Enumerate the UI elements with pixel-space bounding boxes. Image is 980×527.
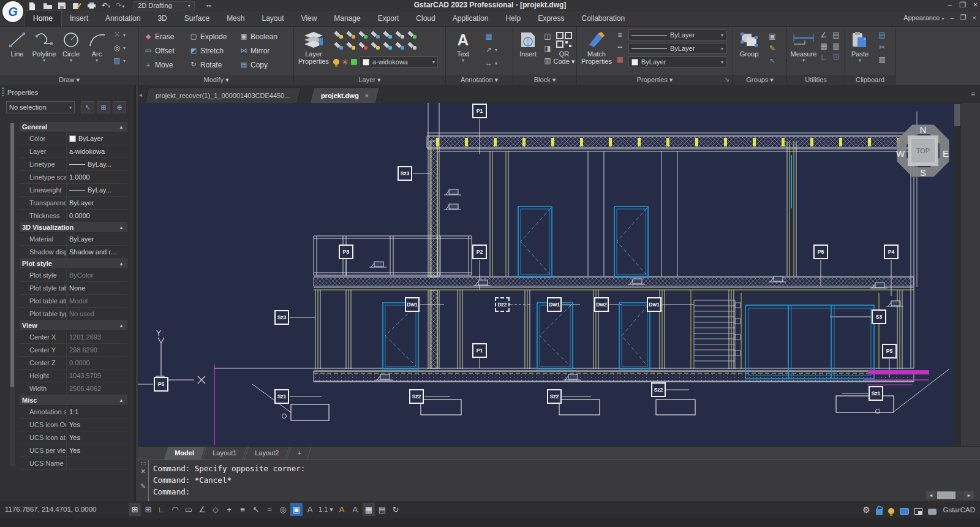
- stretch-button[interactable]: ◩Stretch: [189, 44, 239, 57]
- group-select-icon[interactable]: ↖: [767, 56, 777, 65]
- measure-button[interactable]: Measure ▾: [788, 29, 819, 63]
- section-marker-p1[interactable]: P1: [472, 104, 487, 118]
- menu-tab-export[interactable]: Export: [369, 11, 408, 27]
- property-value[interactable]: ByLay...: [66, 158, 127, 170]
- property-value[interactable]: [66, 457, 127, 469]
- select-objects-icon[interactable]: ⊞: [97, 101, 110, 113]
- section-marker-sz1[interactable]: Sz1: [274, 389, 289, 404]
- close-button[interactable]: ×: [973, 0, 978, 10]
- table-icon[interactable]: ▦: [484, 32, 494, 40]
- layer-tool-icon[interactable]: [333, 29, 344, 39]
- layer-tool-icon[interactable]: [345, 29, 356, 39]
- layer-properties-button[interactable]: Layer Properties: [298, 29, 330, 65]
- layer-panel-label[interactable]: Layer ▾: [294, 75, 445, 85]
- property-value[interactable]: Yes: [66, 431, 127, 444]
- ui-lock-icon[interactable]: [876, 509, 883, 515]
- property-row[interactable]: UCS icon OnYes: [20, 419, 127, 431]
- section-marker-sz3[interactable]: Sz3: [398, 166, 412, 181]
- section-marker-p4[interactable]: P4: [884, 245, 899, 259]
- layer-tool-icon[interactable]: [394, 40, 405, 50]
- calculator-icon[interactable]: ▦: [819, 42, 829, 50]
- menu-tab-insert[interactable]: Insert: [61, 11, 97, 27]
- quick-select-icon[interactable]: ↖: [81, 101, 94, 113]
- collapse-icon[interactable]: ▲: [119, 320, 124, 331]
- document-tab[interactable]: projekt.dwg×: [310, 88, 380, 103]
- qr-code-button[interactable]: QR Code ▾: [552, 29, 576, 65]
- hatch-tools-icon[interactable]: ▨: [112, 56, 122, 65]
- layer-tool-icon[interactable]: [345, 40, 356, 50]
- arc-button[interactable]: Arc ▾: [83, 29, 110, 63]
- property-value[interactable]: No used: [66, 308, 127, 320]
- property-row[interactable]: Center X1201.2693: [20, 331, 127, 344]
- polyline-button[interactable]: Polyline ▾: [31, 29, 58, 63]
- collapse-icon[interactable]: ▲: [119, 395, 124, 406]
- table-toggle-icon[interactable]: ▤: [376, 503, 388, 516]
- property-row[interactable]: Annotation s...1:1: [20, 406, 127, 419]
- property-value[interactable]: a-widokowa: [66, 145, 127, 157]
- section-marker-p5[interactable]: P5: [813, 245, 828, 259]
- section-header-3d-visualization[interactable]: 3D Visualization▲: [20, 222, 127, 233]
- section-marker-p5[interactable]: P5: [882, 344, 897, 358]
- palette-scrollbar[interactable]: [10, 123, 15, 466]
- paste-button[interactable]: Paste ▾: [846, 29, 873, 63]
- offset-button[interactable]: ▭Offset: [144, 44, 189, 57]
- rotate-button[interactable]: ↻Rotate: [189, 58, 239, 71]
- doc-restore-button[interactable]: ❐: [960, 13, 967, 21]
- display-perf-icon[interactable]: [900, 508, 909, 515]
- layer-lock-icon[interactable]: [351, 59, 357, 65]
- collapse-icon[interactable]: ▲: [119, 259, 124, 269]
- list-icon[interactable]: ▤: [831, 31, 841, 39]
- line-button[interactable]: Line: [4, 29, 31, 58]
- property-value[interactable]: 2506.4062: [66, 382, 127, 395]
- block-define-icon[interactable]: ▥: [543, 56, 552, 65]
- angle-snap-icon[interactable]: ∠: [196, 503, 208, 516]
- tab-scroll-icon[interactable]: ◂: [139, 91, 142, 98]
- block-panel-label[interactable]: Block ▾: [513, 75, 576, 85]
- match-properties-button[interactable]: Match Properties: [579, 29, 614, 65]
- property-row[interactable]: LineweightByLay...: [20, 184, 127, 197]
- menu-tab-express[interactable]: Express: [529, 11, 573, 27]
- section-marker-sz2[interactable]: Sz2: [547, 389, 562, 404]
- property-value[interactable]: 298.6290: [66, 344, 127, 356]
- ungroup-icon[interactable]: ▣: [767, 32, 777, 40]
- property-value[interactable]: ByLay...: [66, 184, 127, 196]
- groups-panel-label[interactable]: Groups ▾: [733, 75, 786, 85]
- property-row[interactable]: Linetype scale1.0000: [20, 171, 127, 184]
- appearance-menu[interactable]: Appearance ▾: [903, 14, 944, 21]
- property-row[interactable]: MaterialByLayer: [20, 233, 127, 246]
- property-row[interactable]: Height1043.5709: [20, 370, 127, 382]
- gstarcad-logo-icon[interactable]: G: [2, 1, 23, 22]
- color-combo[interactable]: ByLayer▾: [628, 56, 726, 67]
- section-marker-dw1[interactable]: Dw1: [547, 297, 562, 312]
- paste-special-icon[interactable]: ▤: [877, 31, 887, 39]
- section-header-plot-style[interactable]: Plot style▲: [20, 259, 127, 269]
- annotation-autoscale-icon[interactable]: A: [349, 503, 361, 516]
- block-attr-icon[interactable]: ◨: [543, 44, 552, 53]
- copy-clip-icon[interactable]: ▥: [877, 55, 887, 64]
- object-track-icon[interactable]: +: [223, 503, 235, 516]
- property-value[interactable]: 0.0000: [66, 357, 127, 369]
- section-marker-sz1[interactable]: Sz1: [869, 386, 883, 401]
- property-row[interactable]: LinetypeByLay...: [20, 158, 127, 171]
- erase-button[interactable]: ◆Erase: [144, 30, 189, 43]
- current-layer-combo[interactable]: a-widokowa▾: [360, 56, 438, 67]
- ortho-mode-icon[interactable]: ∟: [156, 503, 168, 516]
- workspace-save-icon[interactable]: [928, 509, 937, 515]
- property-value[interactable]: 1043.5709: [66, 370, 127, 382]
- section-marker-dw1[interactable]: Dw1: [647, 297, 662, 312]
- lineweight-display-icon[interactable]: ≡: [236, 503, 249, 516]
- draw-panel-label[interactable]: Draw ▾: [0, 75, 138, 85]
- menu-tab-view[interactable]: View: [293, 11, 326, 27]
- property-value[interactable]: 0.0000: [66, 210, 127, 222]
- collapse-icon[interactable]: ▲: [119, 122, 124, 132]
- property-row[interactable]: Width2506.4062: [20, 382, 127, 395]
- command-hscrollbar[interactable]: ◂ ▸: [926, 491, 974, 499]
- quick-select-icon[interactable]: ↖: [250, 503, 262, 516]
- ellipse-tools-icon[interactable]: ◎: [112, 44, 122, 52]
- menu-tab-application[interactable]: Application: [444, 11, 497, 27]
- drawing-canvas[interactable]: Y N E S W TOP P1Sz3P3P2P5P4Sz3Dw1Dz2Dw1D…: [138, 103, 954, 446]
- command-prompt[interactable]: Command:: [153, 487, 190, 496]
- lineweight-icon[interactable]: ≡: [615, 31, 625, 39]
- rect-mode-icon[interactable]: ▭: [183, 503, 195, 516]
- command-grip[interactable]: [141, 462, 146, 464]
